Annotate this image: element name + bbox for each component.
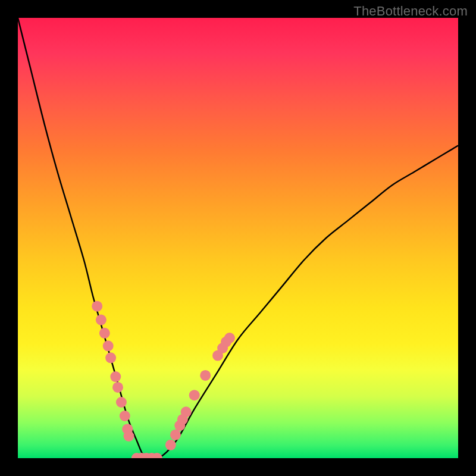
data-marker xyxy=(112,382,123,393)
data-marker xyxy=(224,333,235,343)
data-marker xyxy=(181,406,192,417)
data-marker xyxy=(92,301,102,312)
plot-area xyxy=(18,18,458,458)
bottleneck-curve xyxy=(18,18,458,458)
data-marker xyxy=(99,328,110,339)
data-marker xyxy=(105,352,116,363)
data-marker xyxy=(189,390,200,400)
data-marker xyxy=(96,315,107,325)
data-marker xyxy=(103,340,114,351)
data-marker xyxy=(120,411,130,421)
watermark-text: TheBottleneck.com xyxy=(353,4,468,19)
data-marker xyxy=(110,371,121,382)
data-marker xyxy=(165,440,176,450)
data-marker xyxy=(170,430,181,440)
data-marker xyxy=(200,370,211,381)
data-marker xyxy=(124,431,134,441)
data-marker xyxy=(116,397,127,408)
chart-overlay xyxy=(18,18,458,458)
outer-frame: TheBottleneck.com xyxy=(0,0,476,476)
